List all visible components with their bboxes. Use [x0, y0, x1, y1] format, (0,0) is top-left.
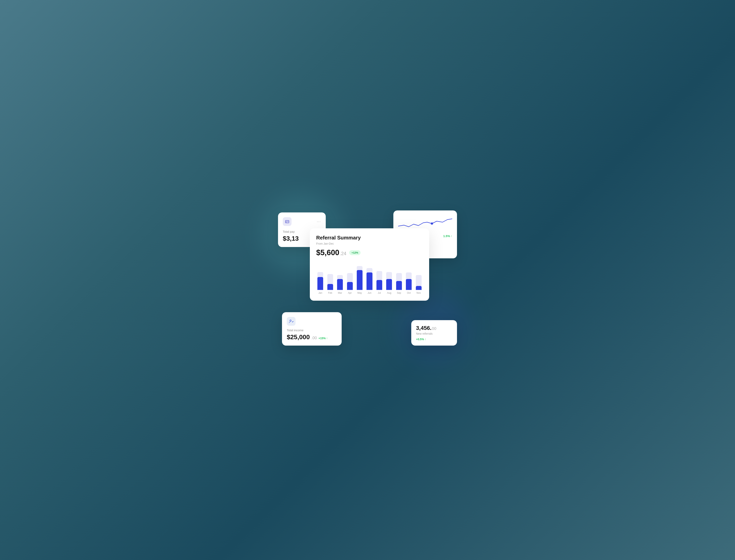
bar-background [416, 275, 422, 290]
bar-background [347, 273, 353, 290]
new-referrals-decimal: 00 [432, 326, 436, 331]
bar-month-label: Feb [328, 292, 332, 294]
bar-month-label: Jan [318, 292, 322, 294]
bar-background [337, 275, 343, 290]
bar-background [317, 272, 323, 290]
bar-fill [347, 282, 353, 290]
bar-fill [366, 272, 372, 290]
total-income-decimal: .00 [311, 336, 317, 340]
bar-month-label: Jun [368, 292, 371, 294]
bar-month-label: Aug [387, 292, 391, 294]
svg-rect-2 [285, 221, 289, 222]
bar-background [366, 268, 372, 290]
bar-fill [386, 279, 392, 290]
bar-group: Oct [405, 264, 413, 294]
new-referrals-card: 3,456. 00 New referrals +0.5% ↑ [411, 320, 457, 346]
bar-fill [337, 279, 343, 290]
bar-fill [327, 284, 333, 290]
bar-fill [317, 277, 323, 290]
bar-group: Aug [385, 264, 393, 294]
bar-month-label: Sep [397, 292, 401, 294]
bar-group: Mar [336, 264, 344, 294]
total-pay-value: $3,13 [283, 235, 299, 242]
bar-month-label: Nov [417, 292, 421, 294]
bar-background [327, 274, 333, 290]
bar-month-label: Oct [407, 292, 411, 294]
svg-point-5 [430, 222, 434, 225]
referral-summary-subtitle: From Jan-Dec [316, 242, 423, 245]
bar-background [377, 271, 382, 290]
bar-month-label: Jul [378, 292, 381, 294]
svg-point-3 [286, 222, 286, 223]
bar-group: Jul [375, 264, 384, 294]
referral-summary-title: Referral Summary [316, 235, 423, 241]
bar-background [357, 266, 362, 290]
bar-background [396, 273, 402, 290]
bar-group: May [355, 264, 364, 294]
total-income-value: $25,000 [287, 333, 310, 341]
referral-summary-card: Referral Summary From Jan-Dec $5,600 .24… [310, 228, 429, 301]
visitors-change-badge: 1.5% ↑ [443, 234, 452, 238]
total-income-change: +15% ↑ [318, 337, 327, 340]
bar-group: Sep [395, 264, 403, 294]
bar-fill [416, 286, 422, 290]
total-income-label: Total income [287, 328, 337, 332]
referral-amount-main: $5,600 [316, 248, 339, 257]
bar-month-label: Apr [348, 292, 352, 294]
bar-fill [396, 281, 402, 290]
bar-group: Nov [415, 264, 423, 294]
bar-group: Jan [316, 264, 324, 294]
bar-fill [357, 270, 362, 290]
more-options-button[interactable]: ··· [317, 220, 321, 224]
bar-month-label: May [357, 292, 362, 294]
referral-amount-decimal: .24 [340, 251, 346, 256]
bar-fill [377, 280, 382, 290]
bar-group: Jun [365, 264, 374, 294]
bar-fill [406, 279, 412, 290]
bar-month-label: Mar [338, 292, 342, 294]
referral-bar-chart: JanFebMarAprMayJunJulAugSepOctNov [316, 263, 423, 294]
new-referrals-value: 3,456. [416, 325, 432, 331]
referral-change-badge: +12% [349, 250, 361, 255]
new-referrals-label: New referrals [416, 332, 452, 335]
total-income-card: Total income $25,000 .00 +15% ↑ [282, 312, 341, 346]
bar-group: Apr [345, 264, 354, 294]
bar-group: Feb [326, 264, 334, 294]
total-income-icon [287, 317, 295, 326]
bar-background [406, 272, 412, 290]
total-pay-icon [283, 217, 291, 226]
bar-background [386, 272, 392, 290]
new-referrals-change: +0.5% ↑ [416, 338, 452, 341]
